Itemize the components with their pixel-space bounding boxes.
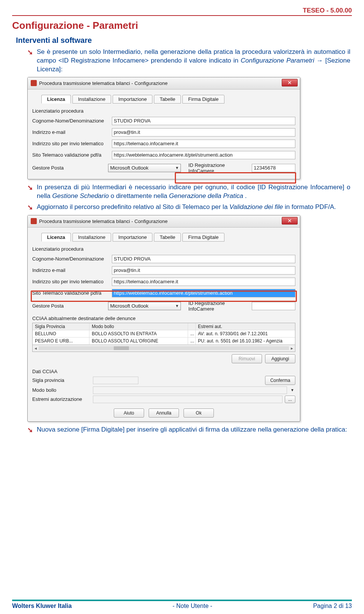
bullet-arrow-icon: ➘ [27, 203, 33, 212]
browse-button[interactable]: ... [285, 396, 295, 403]
conferma-button[interactable]: Conferma [265, 376, 295, 385]
label-licenziatario: Licenziatario procedura [32, 108, 112, 114]
label-sito-invio: Indirizzo sito per invio telematico [32, 279, 112, 284]
bullet-3: ➘ Aggiornato il percorso predefinito rel… [27, 203, 350, 212]
col-dots [188, 323, 196, 330]
bullet-2: ➘ In presenza di più Intermediari è nece… [27, 183, 350, 201]
bullet-arrow-icon: ➘ [27, 183, 33, 192]
dati-cciaa-label: Dati CCIAA [32, 369, 295, 374]
close-icon[interactable]: ✕ [282, 217, 298, 225]
page-footer: Wolters Kluwer Italia - Note Utente - Pa… [0, 597, 364, 614]
label-sito-val: Sito Telemaco validazione pdf/a [32, 152, 112, 158]
tab-installazione[interactable]: Installazione [72, 233, 111, 242]
chevron-down-icon: ▼ [175, 166, 179, 170]
chevron-down-icon[interactable]: ▼ [289, 388, 295, 392]
section-title: Configurazione - Parametri [12, 20, 352, 31]
label-idreg: ID Registrazione InfoCamere [188, 300, 249, 312]
bullet-1: ➘ Se è presente un solo Intermediario, n… [27, 48, 350, 74]
input-email[interactable]: prova@tin.it [112, 266, 295, 275]
input-sito-invio[interactable]: https://telemaco.infocamere.it [112, 140, 295, 148]
divider-red [12, 15, 352, 16]
label-email: Indirizzo e-mail [32, 129, 112, 135]
chevron-down-icon: ▼ [175, 304, 179, 308]
divider-teal [12, 600, 352, 601]
footer-left: Wolters Kluwer Italia [12, 603, 72, 609]
label-sigla-prov: Sigla provincia [32, 377, 93, 383]
header-right: TESEO - 5.00.00 [12, 7, 352, 14]
dialog-title: Procedura trasmissione telematica bilanc… [39, 80, 168, 86]
tab-importazione[interactable]: Importazione [113, 95, 152, 104]
tab-installazione[interactable]: Installazione [72, 95, 111, 104]
scroll-right-icon[interactable]: ► [289, 346, 295, 350]
footer-right: Pagina 2 di 13 [313, 603, 352, 609]
input-email[interactable]: prova@tin.it [112, 128, 295, 137]
aiuto-button[interactable]: Aiuto [114, 408, 144, 418]
label-email: Indirizzo e-mail [32, 267, 112, 273]
input-denominazione[interactable]: STUDIO PROVA [112, 255, 295, 263]
label-denominazione: Cognome-Nome/Denominazione [32, 118, 112, 124]
cciaa-section-label: CCIAA abitualmente destinatarie delle de… [32, 316, 295, 321]
label-gestore: Gestore Posta [32, 303, 108, 309]
tab-tabelle[interactable]: Tabelle [154, 95, 181, 104]
screenshot-config-1: Procedura trasmissione telematica bilanc… [27, 77, 300, 179]
label-idreg: ID Registrazione InfoCamere [188, 162, 249, 174]
dialog-title: Procedura trasmissione telematica bilanc… [39, 218, 168, 224]
bullet-arrow-icon: ➘ [27, 48, 33, 57]
table-row[interactable]: BELLUNO BOLLO ASSOLTO IN ENTRATA ... AV:… [33, 330, 295, 338]
label-licenziatario: Licenziatario procedura [32, 246, 112, 252]
cciaa-table: Sigla Provincia Modo bollo Estremi aut. … [32, 323, 295, 352]
input-denominazione[interactable]: STUDIO PROVA [112, 117, 295, 125]
tab-firma[interactable]: Firma Digitale [182, 233, 224, 242]
bullet-arrow-icon: ➘ [27, 426, 33, 435]
input-sito-val[interactable]: https://webtelemaco.infocamere.it/ptel/s… [112, 151, 295, 159]
footer-center: - Note Utente - [173, 603, 212, 609]
label-sito-val: Sito Telemaco validazione pdf/a [32, 290, 112, 296]
aggiungi-button[interactable]: Aggiungi [265, 354, 295, 363]
label-modo-bollo: Modo bollo [32, 387, 93, 393]
tab-firma[interactable]: Firma Digitale [182, 95, 224, 104]
tab-tabelle[interactable]: Tabelle [154, 233, 181, 242]
close-icon[interactable]: ✕ [282, 79, 298, 86]
input-sito-val-selected[interactable]: https://webtelemaco.infocamere.it/ptel/s… [112, 289, 295, 297]
col-estremi: Estremi aut. [196, 323, 295, 330]
label-gestore: Gestore Posta [32, 165, 108, 171]
select-gestore[interactable]: Microsoft Outlook ▼ [108, 302, 180, 310]
screenshot-config-2: Procedura trasmissione telematica bilanc… [27, 215, 300, 422]
app-icon [31, 80, 37, 86]
tab-licenza[interactable]: Licenza [41, 233, 71, 242]
dialog-titlebar: Procedura trasmissione telematica bilanc… [28, 215, 300, 228]
input-idreg[interactable] [252, 302, 295, 310]
select-gestore[interactable]: Microsoft Outlook ▼ [108, 164, 180, 172]
annulla-button[interactable]: Annulla [149, 408, 179, 418]
label-sito-invio: Indirizzo sito per invio telematico [32, 141, 112, 146]
table-row[interactable]: PESARO E URB... BOLLO ASSOLTO ALL'ORIGIN… [33, 338, 295, 345]
label-estremi: Estremi autorizzazione [32, 396, 93, 402]
col-sigla: Sigla Provincia [33, 323, 89, 330]
input-estremi[interactable] [93, 396, 282, 403]
input-sigla-prov[interactable] [93, 377, 138, 384]
table-scrollbar[interactable]: ◄ ► [33, 345, 295, 352]
tab-row: Licenza Installazione Importazione Tabel… [32, 95, 295, 104]
rimuovi-button[interactable]: Rimuovi [232, 354, 262, 363]
ok-button[interactable]: Ok [184, 408, 214, 418]
tab-importazione[interactable]: Importazione [113, 233, 152, 242]
app-icon [31, 218, 37, 224]
label-denominazione: Cognome-Nome/Denominazione [32, 256, 112, 262]
input-sito-invio[interactable]: https://telemaco.infocamere.it [112, 278, 295, 286]
bullet-4: ➘ Nuova sezione [Firma Digitale] per ins… [27, 426, 350, 435]
input-modo-bollo[interactable] [93, 386, 287, 394]
section-subtitle: Interventi al software [16, 36, 352, 45]
tab-licenza[interactable]: Licenza [41, 95, 71, 104]
col-modobollo: Modo bollo [89, 323, 188, 330]
input-idreg[interactable]: 12345678 [252, 164, 295, 172]
tab-row: Licenza Installazione Importazione Tabel… [32, 233, 295, 242]
scroll-left-icon[interactable]: ◄ [33, 346, 39, 350]
dialog-titlebar: Procedura trasmissione telematica bilanc… [28, 77, 300, 90]
